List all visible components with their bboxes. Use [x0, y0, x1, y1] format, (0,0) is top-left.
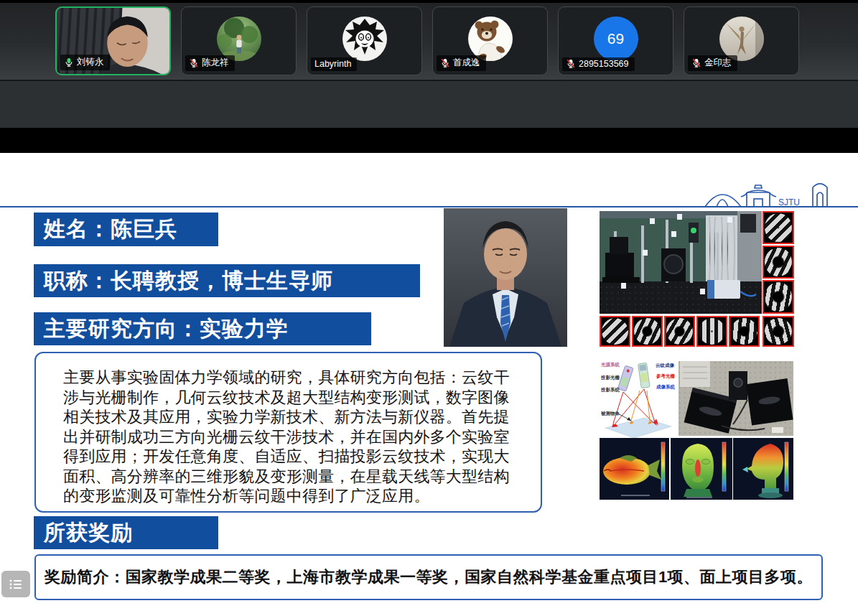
participant-strip: 刘铸永	[0, 3, 858, 81]
colormap-fish-result	[600, 438, 669, 500]
participant-name: 金印志	[704, 57, 732, 69]
diagram-label: 云纹成像	[656, 363, 675, 368]
participant-nametag: Labyrinth	[311, 57, 357, 71]
participant-tile[interactable]: 首成逸	[432, 6, 548, 75]
fringe-pattern-thumb	[763, 280, 794, 314]
bear-cartoon-avatar	[468, 17, 513, 61]
garden-photo-avatar	[217, 17, 261, 61]
participant-tile[interactable]: 金印志	[684, 6, 799, 75]
participant-tile[interactable]: 69 2895153569	[558, 6, 673, 75]
avatar	[342, 17, 387, 61]
fringe-pattern-thumb	[696, 316, 727, 347]
participant-nametag: 刘铸永	[60, 55, 110, 70]
diagram-label: 参考光栅	[656, 373, 676, 379]
diagram-label: 被测物体	[600, 411, 620, 416]
logo-text: SJTU	[778, 197, 800, 207]
participant-name: 刘铸永	[77, 56, 104, 68]
awards-textbox: 奖励简介：国家教学成果二等奖，上海市教学成果一等奖，国家自然科学基金重点项目1项…	[34, 554, 823, 600]
microphone-muted-icon	[440, 58, 450, 68]
participant-name: 2895153569	[579, 59, 629, 69]
participant-name: 陈龙祥	[202, 57, 229, 69]
colormap-face-result	[671, 438, 732, 500]
diagram-label: 成像系统	[656, 384, 676, 390]
fringe-pattern-thumb	[632, 316, 663, 347]
fringe-pattern-thumb	[763, 316, 794, 347]
stage-background	[0, 81, 858, 128]
avatar	[217, 17, 261, 61]
number-badge-avatar: 69	[594, 17, 638, 61]
bio-textbox: 主要从事实验固体力学领域的研究，具体研究方向包括：云纹干涉与光栅制作，几何云纹技…	[34, 352, 542, 513]
fringe-pattern-thumb	[664, 316, 695, 347]
name-bar: 姓名：陈巨兵	[34, 213, 218, 246]
participant-tile[interactable]: Labyrinth	[307, 6, 422, 75]
participant-name: 首成逸	[453, 57, 480, 69]
panel-toggle-button[interactable]	[1, 571, 30, 597]
fringe-pattern-thumb	[600, 316, 630, 347]
research-bar: 主要研究方向：实验力学	[34, 312, 371, 345]
shared-slide: SJTU 姓名：陈巨兵 职称：长聘教授，博士生导师 主要研究方向：实验力学	[0, 153, 858, 616]
colormap-head-result	[733, 438, 793, 500]
sjtu-skyline-logo: SJTU	[704, 179, 841, 207]
participant-nametag: 陈龙祥	[185, 55, 235, 71]
participant-nametag: 2895153569	[562, 57, 635, 71]
microphone-muted-icon	[189, 58, 199, 68]
manga-art-avatar	[342, 17, 387, 61]
participant-name: Labyrinth	[314, 59, 351, 69]
meeting-window: 刘铸永	[0, 0, 858, 616]
projection-moire-diagram: 光源系统 投影光栅 投影系统 云纹成像 参考光栅 成像系统 被测物体	[600, 359, 676, 438]
fringe-pattern-thumb	[763, 211, 794, 244]
instrument-photo	[679, 361, 793, 436]
awards-bar: 所获奖励	[34, 516, 218, 549]
participant-nametag: 首成逸	[437, 55, 486, 71]
fringe-pattern-thumb	[729, 316, 760, 347]
microphone-muted-icon	[566, 59, 576, 69]
microphone-active-icon	[64, 57, 74, 67]
awards-text: 奖励简介：国家教学成果二等奖，上海市教学成果一等奖，国家自然科学基金重点项目1项…	[45, 566, 813, 588]
diagram-label: 投影光栅	[600, 375, 620, 381]
bio-paragraph: 主要从事实验固体力学领域的研究，具体研究方向包括：云纹干涉与光栅制作，几何云纹技…	[36, 353, 541, 506]
fringe-pattern-thumb	[763, 246, 794, 279]
avatar-badge-text: 69	[607, 30, 624, 47]
title-bar: 职称：长聘教授，博士生导师	[34, 264, 420, 297]
diagram-label: 光源系统	[600, 362, 620, 368]
list-panel-icon	[9, 579, 23, 590]
avatar	[719, 17, 764, 61]
letterbox-bar	[0, 128, 858, 153]
participant-nametag: 金印志	[688, 55, 737, 71]
lab-setup-photo	[600, 211, 762, 314]
diagram-label: 投影系统	[600, 387, 620, 393]
participant-tile[interactable]: 陈龙祥	[181, 6, 297, 75]
avatar	[468, 17, 513, 61]
microphone-muted-icon	[691, 58, 701, 68]
professor-portrait-photo	[444, 208, 567, 347]
participant-tile[interactable]: 刘铸永	[55, 6, 171, 75]
figure-model-avatar	[719, 17, 764, 61]
